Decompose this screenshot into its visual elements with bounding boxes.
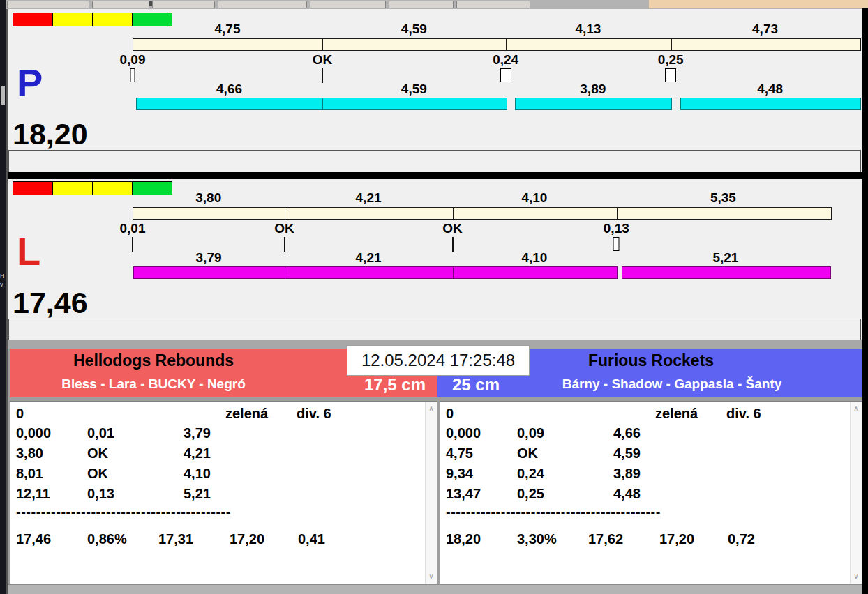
measurement-value: 3,79 xyxy=(184,425,211,441)
measurement-row: 12,110,135,21 xyxy=(10,486,423,505)
app-screen: H v P 18,20 4,750,094,664,59OK4,594,130,… xyxy=(0,0,868,594)
measurement-value: OK xyxy=(517,446,538,462)
info-row: 0zelenádiv. 6 xyxy=(10,406,423,425)
scroll-down-icon[interactable]: ∨ xyxy=(851,571,862,582)
indicator-block xyxy=(132,181,172,195)
total-value: 0,72 xyxy=(728,531,755,547)
measurement-value: 9,34 xyxy=(446,466,473,482)
background-tab[interactable] xyxy=(310,1,386,8)
background-tab[interactable] xyxy=(7,1,89,8)
background-tab[interactable] xyxy=(389,1,454,8)
indicator-block xyxy=(92,13,133,26)
background-edge-text: v xyxy=(0,281,3,288)
measured-segment-label: 4,21 xyxy=(356,251,382,265)
background-tab[interactable] xyxy=(92,1,149,8)
target-segment-label: 3,80 xyxy=(195,191,221,205)
target-segment-label: 5,35 xyxy=(710,191,736,205)
measurement-value: 4,48 xyxy=(613,486,641,502)
background-edge-text: H xyxy=(0,273,5,280)
measurement-value: 0,000 xyxy=(446,425,481,441)
measurement-row: 4,75OK4,59 xyxy=(440,446,848,465)
indicator-block xyxy=(13,181,53,195)
gap-marker xyxy=(665,68,676,82)
gap-marker xyxy=(322,68,323,83)
measurement-value: OK xyxy=(87,446,108,462)
team-name-right: Furious Rockets xyxy=(588,351,714,370)
color-label: zelená xyxy=(655,406,698,422)
lane-letter: L xyxy=(17,232,40,271)
lane-P: P 18,20 4,750,094,664,59OK4,594,130,243,… xyxy=(8,10,862,173)
color-label: zelená xyxy=(225,406,268,422)
table-scrollbar[interactable]: ∧∨ xyxy=(425,402,437,584)
target-segment-label: 4,59 xyxy=(401,22,427,36)
background-tab[interactable] xyxy=(218,1,307,8)
measured-segment-label: 4,10 xyxy=(521,251,547,265)
gap-marker xyxy=(132,237,133,252)
total-value: 0,86% xyxy=(87,531,127,547)
measurement-row: 13,470,254,48 xyxy=(440,486,848,505)
total-value: 18,20 xyxy=(446,531,481,547)
start-value: 0 xyxy=(446,406,454,422)
scroll-up-icon[interactable]: ∧ xyxy=(851,403,862,414)
measured-segment-label: 4,59 xyxy=(401,82,427,96)
lane-footer-strip xyxy=(8,319,861,341)
indicator-block xyxy=(52,181,93,195)
start-value: 0 xyxy=(16,406,24,422)
total-value: 3,30% xyxy=(517,531,557,547)
table-scrollbar[interactable]: ∧∨ xyxy=(850,402,862,584)
gap-marker xyxy=(452,237,454,252)
lane-divider xyxy=(8,172,862,179)
division-label: div. 6 xyxy=(726,406,761,422)
gap-marker xyxy=(284,237,285,252)
score-table-left: 0zelenádiv. 60,0000,013,793,80OK4,218,01… xyxy=(10,401,437,584)
gap-label: 0,24 xyxy=(493,53,518,67)
target-segment-label: 4,13 xyxy=(575,22,601,36)
scroll-down-icon[interactable]: ∨ xyxy=(426,571,437,582)
background-tab[interactable] xyxy=(152,1,215,8)
gap-marker xyxy=(613,237,620,251)
measurement-row: 9,340,243,89 xyxy=(440,466,848,485)
gap-label: 0,09 xyxy=(120,53,146,67)
gap-marker xyxy=(500,68,511,82)
measurement-value: 4,59 xyxy=(613,446,641,462)
measured-bar xyxy=(515,98,672,110)
background-tab[interactable] xyxy=(456,1,530,8)
total-value: 17,62 xyxy=(588,531,623,547)
target-segment-label: 4,21 xyxy=(356,191,382,205)
segment-tick xyxy=(671,39,672,50)
gap-label: 0,13 xyxy=(604,222,629,236)
measurement-value: 0,24 xyxy=(517,466,544,482)
measured-segment-label: 3,79 xyxy=(196,251,222,265)
gap-label: 0,01 xyxy=(120,222,146,236)
totals-row: 18,203,30%17,6217,200,72 xyxy=(440,531,848,551)
background-scrollbar-thumb[interactable] xyxy=(1,86,5,105)
segment-tick xyxy=(322,39,323,50)
indicator-block xyxy=(13,13,53,26)
measured-bar xyxy=(622,266,831,279)
info-row: 0zelenádiv. 6 xyxy=(440,406,848,425)
measurement-value: 4,21 xyxy=(184,446,211,462)
total-value: 17,20 xyxy=(230,531,264,547)
indicator-block xyxy=(132,13,172,26)
indicator-block xyxy=(52,13,93,26)
scroll-up-icon[interactable]: ∧ xyxy=(426,403,437,414)
measurement-value: 4,75 xyxy=(446,446,473,462)
measured-segment-label: 4,66 xyxy=(216,82,242,96)
target-length-track xyxy=(133,207,832,220)
status-indicator xyxy=(13,13,172,26)
measurement-value: 13,47 xyxy=(446,486,481,502)
measured-bar xyxy=(136,98,324,110)
measurement-row: 8,01OK4,10 xyxy=(10,466,423,485)
target-segment-label: 4,73 xyxy=(752,22,778,36)
measurement-value: 8,01 xyxy=(16,466,43,482)
gap-label: OK xyxy=(313,53,333,67)
lane-L: L 17,46 3,800,013,794,21OK4,214,10OK4,10… xyxy=(8,179,862,342)
measured-segment-label: 3,89 xyxy=(580,82,606,96)
measurement-row: 0,0000,094,66 xyxy=(440,425,848,445)
measurement-value: 0,25 xyxy=(517,486,544,502)
measured-bar xyxy=(133,266,286,279)
target-length-track xyxy=(133,38,861,51)
window-bottom-strip xyxy=(8,584,862,594)
segment-tick xyxy=(617,208,618,219)
datetime-display: 12.05.2024 17:25:48 xyxy=(347,345,530,376)
